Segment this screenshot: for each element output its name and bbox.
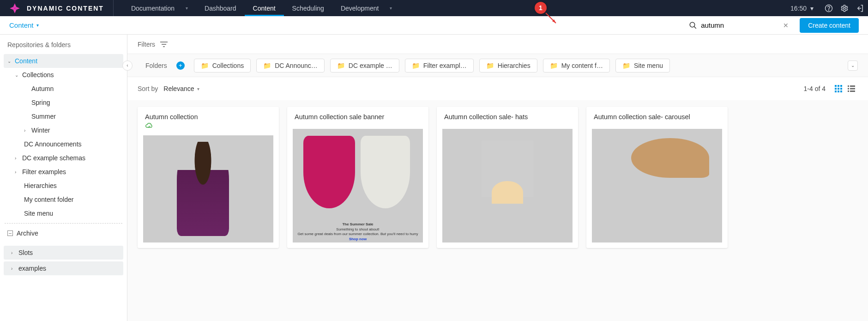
expand-folders-icon[interactable]: ⌄ [848, 61, 858, 71]
svg-point-1 [828, 10, 829, 10]
sort-bar: Sort by Relevance▾ 1-4 of 4 [127, 77, 868, 100]
folders-bar: ‹ Folders + 📁Collections 📁DC Announc… 📁D… [127, 54, 868, 77]
sidebar-item-dc-example-schemas[interactable]: ›DC example schemas [0, 151, 127, 165]
svg-rect-16 [835, 91, 837, 92]
svg-rect-13 [835, 88, 837, 90]
card-thumbnail: The Summer Sale Something to shout about… [293, 129, 423, 242]
chevron-right-icon: › [24, 128, 31, 133]
sidebar-item-winter[interactable]: ›Winter [0, 123, 127, 137]
sidebar: Repositories & folders ⌄Content ⌄Collect… [0, 35, 127, 321]
svg-rect-14 [838, 88, 839, 90]
sidebar-item-summer[interactable]: Summer [0, 109, 127, 123]
sidebar-item-filter-examples[interactable]: ›Filter examples [0, 165, 127, 179]
sub-toolbar: Content ▾ ✕ Create content [0, 16, 868, 35]
folder-chip-filter-examples[interactable]: 📁Filter exampl… [405, 59, 474, 73]
chevron-down-icon: ⌄ [15, 73, 22, 78]
chevron-right-icon: › [15, 156, 22, 161]
sidebar-item-autumn[interactable]: Autumn [0, 82, 127, 96]
sidebar-section-examples[interactable]: ›examples [4, 261, 123, 275]
sidebar-item-spring[interactable]: Spring [0, 96, 127, 109]
svg-rect-19 [848, 85, 849, 87]
help-icon[interactable] [821, 0, 837, 16]
nav-documentation[interactable]: Documentation▾ [123, 0, 196, 16]
card-thumbnail [442, 129, 573, 242]
clear-search-icon[interactable]: ✕ [778, 20, 793, 31]
create-content-button[interactable]: Create content [800, 18, 859, 33]
folder-chip-collections[interactable]: 📁Collections [194, 59, 251, 73]
top-navbar: DYNAMIC CONTENT Documentation▾ Dashboard… [0, 0, 868, 16]
folder-icon: 📁 [201, 62, 209, 69]
folder-chip-hierarchies[interactable]: 📁Hierarchies [479, 59, 537, 73]
nav-divider [113, 0, 114, 16]
sort-label: Sort by [138, 85, 158, 92]
chevron-right-icon: › [11, 250, 18, 255]
content-area: Filters ‹ Folders + 📁Collections 📁DC Ann… [127, 35, 868, 321]
svg-rect-21 [848, 88, 849, 90]
chevron-right-icon: › [15, 170, 22, 175]
sort-dropdown[interactable]: Relevance▾ [163, 85, 199, 92]
sidebar-item-collections[interactable]: ⌄Collections [0, 68, 127, 82]
sidebar-section-slots[interactable]: ›Slots [4, 246, 123, 260]
content-cards-grid: Autumn collection Autumn collection sale… [127, 100, 868, 321]
svg-rect-22 [850, 88, 855, 90]
svg-rect-24 [850, 91, 855, 92]
folder-icon: 📁 [622, 62, 630, 69]
annotation-arrow-icon [545, 12, 559, 26]
content-card[interactable]: Autumn collection sale banner The Summer… [287, 107, 428, 248]
nav-dashboard[interactable]: Dashboard [196, 0, 245, 16]
logout-icon[interactable] [852, 0, 868, 16]
svg-point-2 [844, 7, 846, 9]
chevron-right-icon: › [11, 266, 18, 271]
result-count: 1-4 of 4 [804, 85, 826, 92]
filter-icon[interactable] [160, 41, 168, 48]
folder-chip-site-menu[interactable]: 📁Site menu [615, 59, 670, 73]
folders-label: Folders [145, 62, 167, 69]
sidebar-item-my-content-folder[interactable]: My content folder [0, 193, 127, 206]
content-card[interactable]: Autumn collection sale- hats [437, 107, 578, 248]
sidebar-item-archive[interactable]: Archive [0, 226, 127, 240]
search-input[interactable] [701, 21, 775, 29]
search-icon[interactable] [689, 21, 697, 30]
content-card[interactable]: Autumn collection [138, 107, 279, 248]
folder-chip-dc-announcements[interactable]: 📁DC Announc… [256, 59, 325, 73]
sidebar-item-hierarchies[interactable]: Hierarchies [0, 179, 127, 193]
nav-content[interactable]: Content [245, 0, 284, 16]
svg-rect-17 [838, 91, 839, 92]
folder-icon: 📁 [486, 62, 494, 69]
chevron-down-icon: ▾ [390, 6, 392, 11]
folder-icon: 📁 [263, 62, 271, 69]
card-title: Autumn collection sale banner [287, 107, 428, 122]
filters-label: Filters [138, 41, 155, 48]
card-thumbnail [592, 129, 722, 242]
brand-logo-icon [8, 2, 21, 15]
folder-chip-dc-example[interactable]: 📁DC example … [330, 59, 399, 73]
card-title: Autumn collection sale- carousel [586, 107, 728, 122]
grid-view-icon[interactable] [832, 82, 845, 95]
search-field: ✕ [689, 20, 793, 31]
collapse-sidebar-icon[interactable]: ‹ [122, 61, 133, 71]
clock[interactable]: 16:50▾ [783, 5, 821, 12]
card-thumbnail [143, 135, 273, 242]
svg-rect-15 [840, 88, 842, 90]
svg-rect-18 [840, 91, 842, 92]
sidebar-item-content[interactable]: ⌄Content [4, 54, 123, 68]
folder-chip-my-content[interactable]: 📁My content f… [543, 59, 610, 73]
nav-scheduling[interactable]: Scheduling [284, 0, 332, 16]
list-view-icon[interactable] [845, 82, 858, 95]
sidebar-divider [5, 223, 122, 224]
sidebar-item-site-menu[interactable]: Site menu [0, 206, 127, 220]
svg-rect-12 [840, 85, 842, 87]
content-card[interactable]: Autumn collection sale- carousel [586, 107, 728, 248]
chevron-down-icon: ▾ [810, 5, 814, 12]
folder-icon: 📁 [550, 62, 558, 69]
svg-rect-20 [850, 85, 855, 87]
settings-gear-icon[interactable] [837, 0, 852, 16]
sidebar-item-dc-announcements[interactable]: DC Announcements [0, 137, 127, 151]
chevron-down-icon: ▾ [36, 23, 39, 28]
annotation-badge-1: 1 [535, 2, 547, 14]
folder-icon: 📁 [337, 62, 345, 69]
content-type-dropdown[interactable]: Content ▾ [9, 21, 39, 29]
add-folder-button[interactable]: + [176, 61, 185, 70]
svg-rect-10 [835, 85, 837, 87]
nav-development[interactable]: Development▾ [332, 0, 401, 16]
